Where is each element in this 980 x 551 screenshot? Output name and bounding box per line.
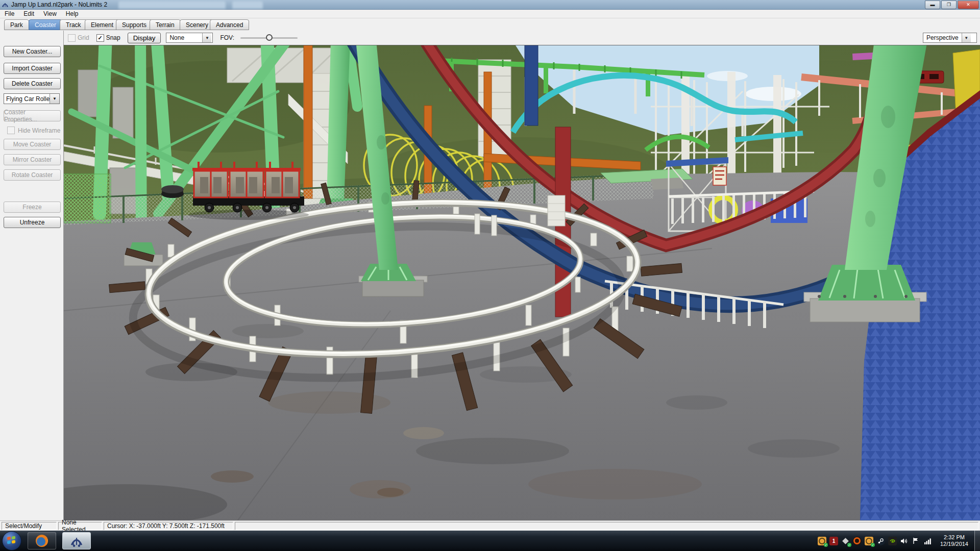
coaster-type-select[interactable]: Flying Car Roller ▼ [4, 93, 60, 104]
update-badge-count: 1 [832, 538, 836, 544]
volume-icon[interactable] [900, 537, 909, 545]
nvidia-icon[interactable] [888, 537, 897, 545]
status-bar: Select/Modify None Selected Cursor: X: -… [0, 520, 980, 531]
close-button[interactable]: ✕ [958, 1, 979, 9]
coaster-type-value: Flying Car Roller [4, 94, 50, 104]
freeze-button: Freeze [4, 202, 61, 213]
scene-coaster-train [188, 162, 309, 220]
fov-slider-thumb[interactable] [266, 34, 273, 41]
new-coaster-button[interactable]: New Coaster... [4, 46, 61, 57]
mirror-coaster-button: Mirror Coaster [4, 154, 61, 165]
status-cursor-coordinates: Cursor: X: -37.000ft Y: 7.500ft Z: -171.… [104, 522, 233, 530]
nolimits-app-icon [2, 1, 9, 8]
tab-park[interactable]: Park [4, 19, 29, 30]
grid-label: Grid [78, 34, 89, 41]
status-mode: Select/Modify [2, 522, 57, 530]
wireframe-mode-value: None [166, 33, 202, 42]
firefox-icon [35, 534, 48, 547]
tab-scenery[interactable]: Scenery [180, 19, 214, 30]
status-spacer [235, 522, 978, 530]
origin-icon[interactable] [853, 537, 862, 545]
chevron-down-icon: ▼ [962, 33, 971, 42]
scene-sign [713, 167, 726, 185]
steam-icon[interactable] [876, 537, 885, 545]
start-button[interactable] [2, 531, 21, 550]
wireframe-mode-select[interactable]: None ▼ [166, 33, 213, 43]
clock-date: 12/19/2014 [940, 541, 968, 547]
display-button[interactable]: Display [128, 33, 161, 43]
menu-edit[interactable]: Edit [19, 10, 39, 18]
taskbar-firefox-button[interactable] [28, 532, 56, 549]
fov-label: FOV: [220, 34, 234, 41]
unfreeze-button[interactable]: Unfreeze [4, 217, 61, 228]
security-check-icon[interactable]: ✓ [818, 537, 826, 545]
menu-view[interactable]: View [39, 10, 61, 18]
tab-advanced[interactable]: Advanced [210, 19, 249, 30]
taskbar-clock[interactable]: 2:32 PM 12/19/2014 [940, 534, 968, 547]
update-badge-icon[interactable]: 1 [829, 537, 838, 545]
menu-bar: File Edit View Help [0, 10, 980, 18]
status-selection: None Selected [58, 522, 102, 530]
restore-button[interactable]: ❐ [941, 1, 957, 9]
title-bar: Jamp Up Land.nl2park - NoLimits 2 ▬ ❐ ✕ [0, 0, 980, 10]
coaster-properties-button: Coaster Properties... [4, 110, 61, 121]
editor-tabs: Park Coaster Track Element Supports Terr… [0, 18, 980, 31]
background-window-blur [118, 1, 226, 9]
system-tray: ✓ 1 ✓ ✓ 2:32 PM [818, 531, 980, 551]
clock-time: 2:32 PM [940, 534, 968, 541]
fov-slider[interactable] [240, 34, 298, 41]
snap-checkbox[interactable]: ✓ [96, 34, 104, 42]
window-title: Jamp Up Land.nl2park - NoLimits 2 [11, 1, 107, 8]
view-mode-select[interactable]: Perspective ▼ [923, 33, 977, 43]
windows-taskbar: ✓ 1 ✓ ✓ 2:32 PM [0, 531, 980, 551]
import-coaster-button[interactable]: Import Coaster [4, 63, 61, 74]
rotate-coaster-button: Rotate Coaster [4, 169, 61, 181]
tab-terrain[interactable]: Terrain [150, 19, 181, 30]
action-center-flag-icon[interactable] [912, 537, 920, 545]
grid-checkbox [68, 34, 76, 42]
delete-coaster-button[interactable]: Delete Coaster [4, 78, 61, 89]
taskbar-nolimits2-button[interactable] [62, 532, 91, 549]
menu-help[interactable]: Help [61, 10, 83, 18]
tab-element[interactable]: Element [85, 19, 119, 30]
hide-wireframe-row: Hide Wireframe [7, 127, 60, 134]
security-check-icon-2[interactable]: ✓ [865, 537, 873, 545]
scene-svg [64, 45, 980, 521]
tab-supports[interactable]: Supports [116, 19, 153, 30]
viewport-toolbar: Grid ✓ Snap Display None ▼ FOV: Perspect… [64, 31, 980, 45]
viewport-3d-scene[interactable] [64, 45, 980, 521]
background-window-blur-2 [232, 1, 263, 9]
hide-wireframe-label: Hide Wireframe [18, 127, 60, 134]
chevron-down-icon: ▼ [50, 94, 59, 104]
coaster-sidebar: New Coaster... Import Coaster Delete Coa… [0, 31, 64, 520]
network-icon[interactable] [923, 537, 932, 545]
hide-wireframe-checkbox [7, 127, 15, 134]
scene-track-device [161, 185, 184, 198]
view-mode-value: Perspective [923, 33, 962, 42]
chevron-down-icon: ▼ [202, 33, 211, 42]
move-coaster-button: Move Coaster [4, 139, 61, 150]
tab-track[interactable]: Track [60, 19, 87, 30]
nolimits2-icon [69, 534, 84, 547]
tab-coaster[interactable]: Coaster [29, 19, 62, 30]
snap-label: Snap [106, 34, 120, 41]
show-desktop-button[interactable] [974, 531, 980, 551]
minimize-button[interactable]: ▬ [925, 1, 940, 9]
menu-file[interactable]: File [0, 10, 19, 18]
sync-icon[interactable]: ✓ [841, 537, 850, 545]
